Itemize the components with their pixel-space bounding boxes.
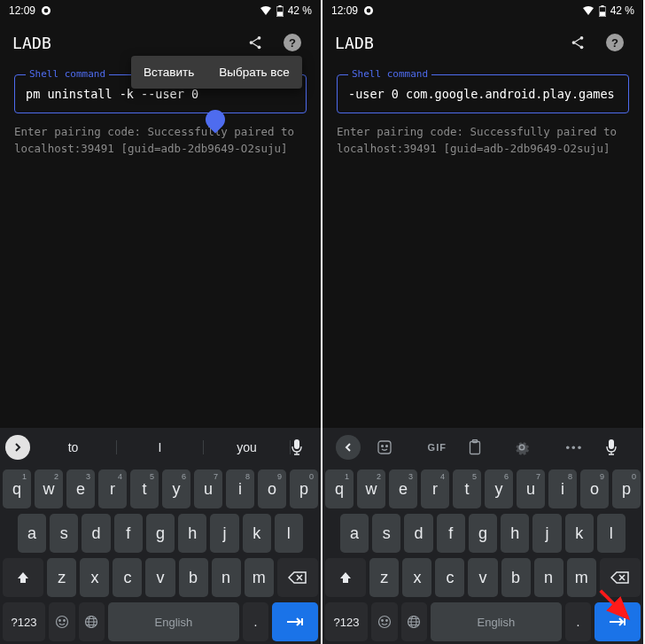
key-h[interactable]: h	[178, 514, 206, 553]
share-button[interactable]	[562, 27, 594, 58]
clock: 12:09	[331, 4, 358, 17]
suggestion-1[interactable]: to	[30, 440, 117, 454]
key-p[interactable]: p0	[612, 469, 641, 508]
key-c[interactable]: c	[113, 558, 142, 597]
key-n[interactable]: n	[534, 558, 563, 597]
key-i[interactable]: i8	[548, 469, 577, 508]
key-e[interactable]: e3	[389, 469, 417, 508]
help-button[interactable]: ?	[276, 27, 308, 58]
key-a[interactable]: a	[340, 514, 369, 553]
language-key[interactable]	[79, 602, 105, 641]
backspace-key[interactable]	[600, 558, 641, 597]
key-h[interactable]: h	[501, 514, 529, 553]
enter-key[interactable]	[594, 602, 641, 641]
space-key[interactable]: English	[108, 602, 239, 641]
key-f[interactable]: f	[114, 514, 143, 553]
key-n[interactable]: n	[212, 558, 241, 597]
key-q[interactable]: q1	[325, 469, 354, 508]
menu-paste[interactable]: Вставить	[131, 56, 206, 89]
key-w[interactable]: w2	[35, 469, 63, 508]
key-a[interactable]: a	[18, 514, 46, 553]
emoji-key[interactable]	[371, 602, 398, 641]
period-key[interactable]: .	[243, 602, 269, 641]
symbols-key[interactable]: ?123	[325, 602, 368, 641]
key-c[interactable]: c	[435, 558, 464, 597]
settings-icon[interactable]	[514, 439, 544, 455]
expand-icon[interactable]	[5, 435, 30, 460]
period-key[interactable]: .	[565, 602, 592, 641]
key-row-3: zxcvbnm	[0, 555, 321, 600]
key-r[interactable]: r4	[421, 469, 449, 508]
key-z[interactable]: z	[47, 558, 76, 597]
shell-command-field[interactable]: Shell command	[337, 74, 629, 113]
svg-rect-8	[294, 439, 299, 449]
key-u[interactable]: u7	[517, 469, 545, 508]
shell-input[interactable]	[348, 87, 618, 101]
key-e[interactable]: e3	[66, 469, 95, 508]
key-d[interactable]: d	[82, 514, 110, 553]
key-y[interactable]: y6	[162, 469, 190, 508]
share-button[interactable]	[239, 27, 271, 58]
key-r[interactable]: r4	[98, 469, 127, 508]
key-i[interactable]: i8	[226, 469, 254, 508]
svg-point-23	[381, 446, 383, 447]
svg-point-9	[56, 617, 67, 628]
key-o[interactable]: o9	[258, 469, 286, 508]
symbols-key[interactable]: ?123	[3, 602, 45, 641]
key-s[interactable]: s	[50, 514, 78, 553]
key-k[interactable]: k	[565, 514, 594, 553]
key-j[interactable]: j	[532, 514, 561, 553]
gif-icon[interactable]: GIF	[422, 442, 452, 453]
key-g[interactable]: g	[146, 514, 175, 553]
key-d[interactable]: d	[404, 514, 432, 553]
key-w[interactable]: w2	[357, 469, 385, 508]
key-t[interactable]: t5	[130, 469, 159, 508]
svg-rect-22	[378, 441, 391, 454]
backspace-key[interactable]	[277, 558, 318, 597]
key-p[interactable]: p0	[290, 469, 318, 508]
key-v[interactable]: v	[145, 558, 175, 597]
key-g[interactable]: g	[469, 514, 497, 553]
collapse-icon[interactable]	[336, 435, 361, 460]
key-q[interactable]: q1	[3, 469, 31, 508]
help-button[interactable]: ?	[599, 27, 631, 58]
menu-select-all[interactable]: Выбрать все	[206, 56, 301, 89]
svg-point-15	[367, 9, 371, 13]
key-o[interactable]: o9	[580, 469, 609, 508]
key-f[interactable]: f	[437, 514, 465, 553]
key-x[interactable]: x	[80, 558, 109, 597]
key-b[interactable]: b	[179, 558, 208, 597]
space-key[interactable]: English	[431, 602, 562, 641]
status-bar: 12:09 42 %	[322, 0, 643, 21]
enter-key[interactable]	[272, 602, 318, 641]
keyboard: to I you q1w2e3r4t5y6u7i8o9p0 asdfghjkl …	[0, 428, 321, 644]
key-m[interactable]: m	[567, 558, 596, 597]
key-u[interactable]: u7	[194, 469, 222, 508]
key-z[interactable]: z	[369, 558, 399, 597]
suggestion-2[interactable]: I	[117, 440, 204, 454]
emoji-key[interactable]	[49, 602, 75, 641]
shell-input[interactable]	[26, 87, 295, 101]
key-m[interactable]: m	[245, 558, 274, 597]
key-v[interactable]: v	[468, 558, 497, 597]
clipboard-icon[interactable]	[468, 439, 498, 455]
key-x[interactable]: x	[402, 558, 431, 597]
language-key[interactable]	[401, 602, 428, 641]
key-l[interactable]: l	[275, 514, 303, 553]
svg-point-28	[378, 617, 390, 628]
shift-key[interactable]	[325, 558, 366, 597]
shell-output: Enter pairing code: Successfully paired …	[322, 119, 643, 163]
mic-icon[interactable]	[605, 439, 630, 455]
key-b[interactable]: b	[501, 558, 531, 597]
suggestion-3[interactable]: you	[204, 440, 291, 454]
sticker-icon[interactable]	[377, 439, 407, 455]
key-l[interactable]: l	[597, 514, 626, 553]
more-icon[interactable]: •••	[559, 441, 589, 454]
key-k[interactable]: k	[243, 514, 271, 553]
key-s[interactable]: s	[372, 514, 400, 553]
key-y[interactable]: y6	[485, 469, 513, 508]
key-j[interactable]: j	[210, 514, 238, 553]
mic-icon[interactable]	[291, 439, 315, 455]
key-t[interactable]: t5	[453, 469, 481, 508]
shift-key[interactable]	[3, 558, 43, 597]
